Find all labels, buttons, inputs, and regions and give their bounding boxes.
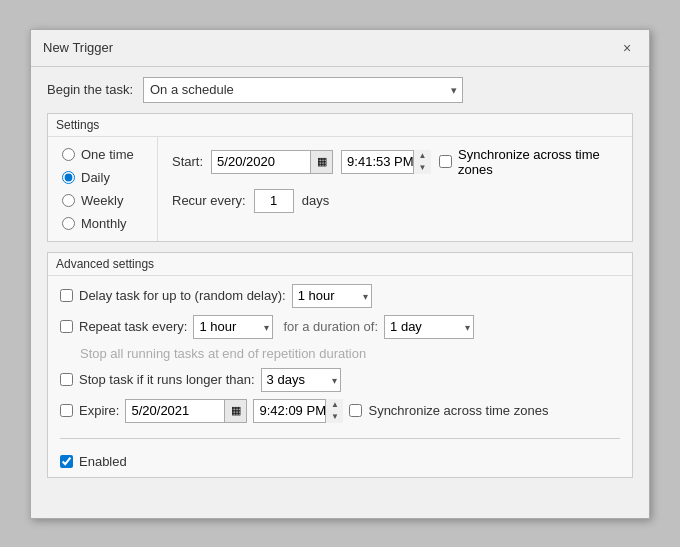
radio-weekly-label: Weekly [81,193,123,208]
title-bar: New Trigger × [31,30,649,67]
delay-task-select[interactable]: 1 hour [292,284,372,308]
settings-header: Settings [48,114,632,136]
start-label: Start: [172,154,203,169]
advanced-settings-group: Advanced settings Delay task for up to (… [47,252,633,478]
expire-time-spin-down[interactable]: ▼ [326,411,343,423]
expire-sync-label: Synchronize across time zones [368,403,548,418]
expire-label: Expire: [79,403,119,418]
delay-task-checkbox[interactable] [60,289,73,302]
expire-date-wrapper: ▦ [125,399,247,423]
radio-column: One time Daily Weekly Monthly [48,137,158,241]
radio-daily-input[interactable] [62,171,75,184]
enabled-checkbox[interactable] [60,455,73,468]
repeat-task-select-wrapper: 1 hour [193,315,273,339]
close-button[interactable]: × [617,38,637,58]
repeat-task-checkbox[interactable] [60,320,73,333]
radio-daily[interactable]: Daily [62,170,143,185]
calendar-button[interactable]: ▦ [311,150,333,174]
repeat-task-label: Repeat task every: [79,319,187,334]
dialog-body: Begin the task: On a schedule Settings O… [31,67,649,494]
settings-inner: One time Daily Weekly Monthly [48,136,632,241]
settings-group: Settings One time Daily Weekly [47,113,633,242]
new-trigger-dialog: New Trigger × Begin the task: On a sched… [30,29,650,519]
stop-repetition-row: Stop all running tasks at end of repetit… [60,346,620,361]
begin-task-row: Begin the task: On a schedule [47,77,633,103]
radio-daily-label: Daily [81,170,110,185]
sync-timezone-checkbox[interactable] [439,155,452,168]
duration-select-wrapper: 1 day [384,315,474,339]
expire-checkbox[interactable] [60,404,73,417]
time-spin-up[interactable]: ▲ [414,150,431,162]
start-date-input[interactable] [211,150,311,174]
radio-weekly[interactable]: Weekly [62,193,143,208]
repeat-task-row: Repeat task every: 1 hour for a duration… [60,315,620,339]
radio-weekly-input[interactable] [62,194,75,207]
dialog-title: New Trigger [43,40,113,55]
time-spin-down[interactable]: ▼ [414,162,431,174]
time-input-wrapper: ▲ ▼ [341,150,431,174]
expire-row: Expire: ▦ ▲ ▼ [60,399,620,423]
enabled-label: Enabled [79,454,127,469]
radio-one-time[interactable]: One time [62,147,143,162]
begin-task-label: Begin the task: [47,82,133,97]
recur-label: Recur every: [172,193,246,208]
stop-longer-row: Stop task if it runs longer than: 3 days [60,368,620,392]
repeat-task-select[interactable]: 1 hour [193,315,273,339]
expire-calendar-button[interactable]: ▦ [225,399,247,423]
radio-monthly[interactable]: Monthly [62,216,143,231]
expire-time-spin: ▲ ▼ [325,399,343,423]
sync-timezone-label: Synchronize across time zones [458,147,618,177]
recur-value-input[interactable] [254,189,294,213]
radio-monthly-input[interactable] [62,217,75,230]
advanced-settings-inner: Delay task for up to (random delay): 1 h… [48,275,632,477]
duration-select[interactable]: 1 day [384,315,474,339]
stop-longer-checkbox[interactable] [60,373,73,386]
expire-sync-checkbox[interactable] [349,404,362,417]
for-duration-label: for a duration of: [283,319,378,334]
stop-longer-label: Stop task if it runs longer than: [79,372,255,387]
enabled-row: Enabled [60,454,620,469]
delay-task-row: Delay task for up to (random delay): 1 h… [60,284,620,308]
recur-row: Recur every: days [172,189,618,213]
expire-date-input[interactable] [125,399,225,423]
start-row: Start: ▦ ▲ ▼ [172,147,618,177]
days-label: days [302,193,329,208]
time-spin-buttons: ▲ ▼ [413,150,431,174]
radio-one-time-label: One time [81,147,134,162]
calendar-icon: ▦ [317,155,327,168]
sync-checkbox-row: Synchronize across time zones [439,147,618,177]
date-input-wrapper: ▦ [211,150,333,174]
expire-calendar-icon: ▦ [231,404,241,417]
separator [60,438,620,439]
radio-monthly-label: Monthly [81,216,127,231]
stop-longer-select[interactable]: 3 days [261,368,341,392]
begin-task-dropdown-wrapper: On a schedule [143,77,463,103]
expire-time-wrapper: ▲ ▼ [253,399,343,423]
delay-task-label: Delay task for up to (random delay): [79,288,286,303]
radio-one-time-input[interactable] [62,148,75,161]
stop-repetition-label: Stop all running tasks at end of repetit… [60,346,366,361]
begin-task-dropdown[interactable]: On a schedule [143,77,463,103]
settings-content: Start: ▦ ▲ ▼ [158,137,632,241]
expire-time-spin-up[interactable]: ▲ [326,399,343,411]
delay-task-select-wrapper: 1 hour [292,284,372,308]
stop-longer-select-wrapper: 3 days [261,368,341,392]
advanced-settings-header: Advanced settings [48,253,632,275]
